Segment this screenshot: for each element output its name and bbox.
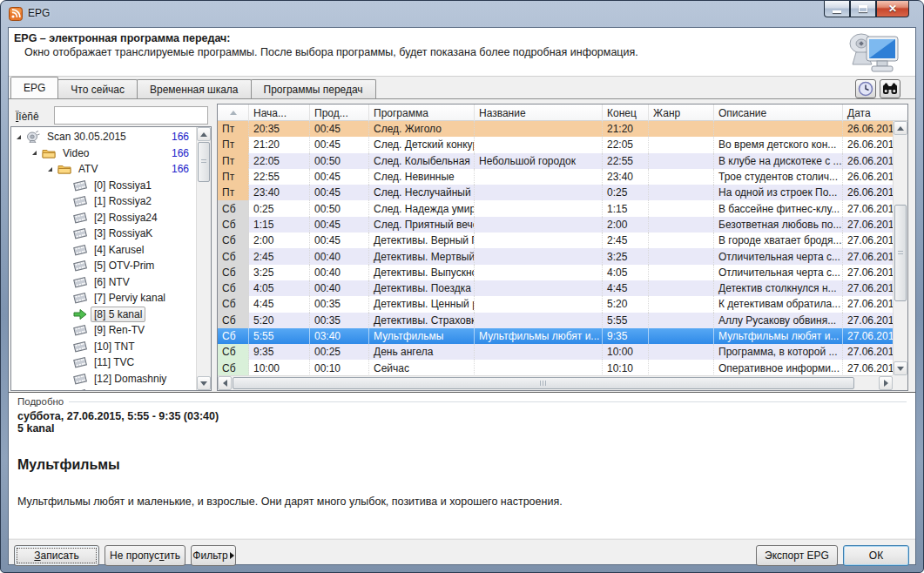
tree-item[interactable]: [7] Perviy kanal: [11, 290, 196, 307]
table-row[interactable]: Сб 5:20 00:35 Детективы. Страховка 5:55 …: [218, 313, 893, 328]
tab[interactable]: Программы передач: [251, 79, 376, 98]
tab[interactable]: Временная шкала: [137, 79, 252, 98]
table-hscroll-thumb[interactable]: [233, 377, 854, 389]
tree-item[interactable]: [0] Rossiya1: [11, 178, 196, 194]
cell-description: В бассейне фитнес-клу...: [714, 200, 843, 216]
tree-vertical-scrollbar[interactable]: [196, 127, 211, 390]
table-row[interactable]: Сб 10:00 00:10 Сейчас 10:10 Оперативное …: [218, 360, 893, 375]
arrow-down-icon: [897, 367, 904, 371]
table-row[interactable]: Пт 20:35 00:45 След. Жиголо 21:20 26.06.…: [218, 121, 893, 137]
header-name[interactable]: Название: [475, 104, 603, 121]
table-row[interactable]: Сб 2:45 00:40 Детективы. Мертвый гл... 3…: [218, 248, 893, 264]
cell-description: Мультфильмы любят и...: [714, 328, 843, 344]
minimize-button[interactable]: [824, 1, 850, 17]
table-horizontal-scrollbar[interactable]: [218, 375, 893, 390]
header-duration[interactable]: Прод...: [310, 104, 369, 121]
header-end[interactable]: Конец: [603, 104, 649, 121]
titlebar[interactable]: EPG ✕: [1, 1, 923, 27]
search-input[interactable]: [54, 106, 208, 125]
close-button[interactable]: ✕: [876, 1, 909, 17]
scroll-down-button[interactable]: [197, 376, 211, 390]
search-label: Ïîèñê: [16, 111, 39, 123]
tree-item[interactable]: [13] Piatnitza: [11, 387, 196, 391]
scroll-up-button[interactable]: [894, 121, 907, 135]
cell-start: 3:25: [249, 265, 310, 280]
cell-day: Сб: [218, 328, 249, 344]
tree-item[interactable]: [4] Karusel: [11, 242, 196, 259]
table-row[interactable]: Сб 4:05 00:40 Детективы. Поездка в ... 4…: [218, 280, 893, 296]
header-day-sort[interactable]: [218, 104, 249, 121]
export-epg-button[interactable]: Экспорт EPG: [756, 545, 838, 566]
cell-date: 27.06.2015: [843, 217, 893, 233]
table-row[interactable]: Сб 0:25 00:50 След. Надежда умирает... 1…: [218, 200, 893, 216]
cell-description: Трое студентов столич...: [714, 169, 843, 185]
tree-item[interactable]: [3] RossiyaK: [11, 226, 196, 242]
table-scroll-thumb[interactable]: [894, 205, 907, 301]
cell-name: Небольшой городок: [475, 153, 603, 169]
filter-button[interactable]: Фильтр: [191, 545, 236, 566]
tree-item[interactable]: [6] NTV: [11, 274, 196, 291]
scroll-up-button[interactable]: [197, 127, 211, 141]
maximize-button[interactable]: [850, 1, 876, 17]
cell-date: 27.06.2015: [843, 313, 893, 328]
cell-start: 20:35: [249, 121, 310, 137]
cell-date: 26.06.2015: [843, 137, 893, 152]
table-row[interactable]: Сб 9:35 00:25 День ангела 10:00 Программ…: [218, 344, 893, 360]
table-vertical-scrollbar[interactable]: [893, 121, 907, 375]
filmstrip-icon: [73, 276, 87, 288]
tree-item[interactable]: Video 166: [11, 145, 196, 162]
header-program[interactable]: Программа: [369, 104, 475, 121]
header-date[interactable]: Дата: [843, 104, 894, 121]
tree-item[interactable]: ATV 166: [11, 161, 196, 178]
cell-duration: 00:45: [310, 217, 369, 233]
tree-item[interactable]: Scan 30.05.2015 166: [11, 129, 196, 145]
table-row[interactable]: Сб 2:00 00:45 Детективы. Верный Гри... 2…: [218, 233, 893, 248]
table-row[interactable]: Пт 22:55 00:45 След. Невинные 23:40 Трое…: [218, 169, 893, 185]
tree-scroll-thumb[interactable]: [198, 142, 210, 182]
table-row[interactable]: Сб 1:15 00:45 След. Приятный вечер 2:00 …: [218, 217, 893, 233]
expander-icon[interactable]: [17, 135, 21, 139]
header-start[interactable]: Нача...: [249, 104, 310, 121]
cell-name: [475, 280, 603, 296]
cell-start: 1:15: [249, 217, 310, 233]
header-description[interactable]: Описание: [714, 104, 843, 121]
tree-item[interactable]: [11] TVC: [11, 354, 196, 371]
tree-item[interactable]: [1] Rossiya2: [11, 193, 196, 210]
table-row[interactable]: Пт 22:05 00:50 След. Колыбельная Небольш…: [218, 153, 893, 169]
record-button[interactable]: Записать: [14, 545, 99, 566]
expander-icon[interactable]: [48, 167, 52, 172]
tab[interactable]: EPG: [10, 77, 58, 98]
timeshift-clock-button[interactable]: [855, 79, 876, 98]
page-subtitle: Окно отображает транслируемые программы.…: [24, 46, 638, 58]
tab[interactable]: Что сейчас: [57, 79, 138, 98]
tree-item[interactable]: [10] TNT: [11, 339, 196, 355]
scroll-right-button[interactable]: [879, 376, 893, 390]
table-row[interactable]: Сб 3:25 00:40 Детективы. Выпускной 4:05 …: [218, 265, 893, 280]
tree-item[interactable]: [9] Ren-TV: [11, 322, 196, 339]
cell-duration: 00:45: [310, 121, 369, 137]
cell-program: След. Неслучайный вз...: [369, 185, 475, 200]
tree-item[interactable]: [5] OTV-Prim: [11, 258, 196, 274]
cell-date: 26.06.2015: [843, 169, 893, 185]
table-row[interactable]: Пт 21:20 00:45 След. Детский конкурс ...…: [218, 137, 893, 152]
tree-item[interactable]: [8] 5 kanal: [11, 307, 196, 323]
tree-item[interactable]: [2] Rossiya24: [11, 210, 196, 226]
cell-name: [475, 121, 603, 137]
expander-icon[interactable]: [32, 151, 37, 155]
maximize-icon: [859, 5, 867, 12]
cell-date: 26.06.2015: [843, 121, 893, 137]
satellite-icon: [26, 131, 40, 143]
ok-button[interactable]: ОК: [843, 545, 909, 566]
tree-item-label: [8] 5 kanal: [91, 307, 145, 322]
dont-miss-button[interactable]: Не пропустить: [105, 545, 185, 566]
header-genre[interactable]: Жанр: [649, 104, 714, 121]
table-row[interactable]: Сб 4:45 00:35 Детективы. Ценный ре... 5:…: [218, 296, 893, 312]
table-row[interactable]: Пт 23:40 00:45 След. Неслучайный вз... 0…: [218, 185, 893, 200]
tree-item[interactable]: [12] Domashniy: [11, 371, 196, 388]
tab-label: Что сейчас: [71, 84, 125, 96]
search-binoculars-button[interactable]: [880, 79, 900, 98]
table-row[interactable]: Сб 5:55 03:40 Мультфильмы Мультфильмы лю…: [218, 328, 893, 344]
scroll-left-button[interactable]: [218, 376, 232, 390]
clock-icon: [858, 81, 873, 97]
scroll-down-button[interactable]: [894, 361, 907, 375]
